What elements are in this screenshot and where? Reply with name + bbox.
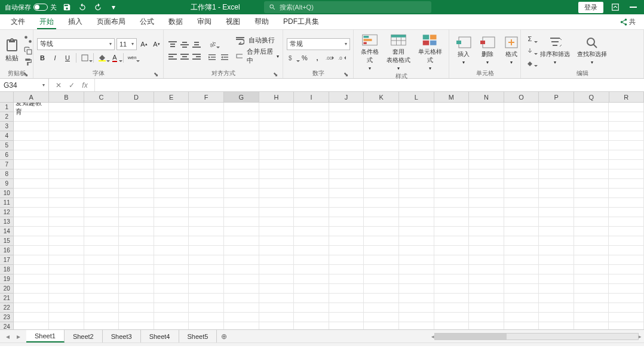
- cell-Q12[interactable]: [574, 208, 609, 217]
- cell-E9[interactable]: [154, 179, 189, 189]
- cell-K4[interactable]: [364, 131, 399, 141]
- menu-item-页面布局[interactable]: 页面布局: [90, 14, 133, 29]
- italic-button[interactable]: I: [50, 53, 60, 63]
- cell-A24[interactable]: [14, 322, 49, 329]
- cell-C14[interactable]: [84, 227, 119, 236]
- cell-B22[interactable]: [49, 303, 84, 313]
- cell-K21[interactable]: [364, 294, 399, 303]
- cell-O3[interactable]: [504, 122, 539, 131]
- cell-R1[interactable]: [609, 103, 644, 112]
- cell-K13[interactable]: [364, 217, 399, 227]
- paste-button[interactable]: 粘贴: [4, 37, 20, 64]
- col-header-B[interactable]: B: [49, 92, 84, 102]
- cell-R12[interactable]: [609, 208, 644, 217]
- cell-C1[interactable]: [84, 103, 119, 112]
- cell-E6[interactable]: [154, 150, 189, 160]
- col-header-Q[interactable]: Q: [574, 92, 609, 102]
- cell-H6[interactable]: [259, 150, 295, 160]
- cell-R6[interactable]: [609, 150, 644, 160]
- cell-J22[interactable]: [329, 303, 364, 313]
- cell-P15[interactable]: [539, 236, 574, 246]
- cell-H22[interactable]: [259, 303, 295, 313]
- cell-M20[interactable]: [434, 284, 470, 294]
- cell-J13[interactable]: [329, 217, 364, 227]
- cell-O15[interactable]: [504, 236, 539, 246]
- col-header-O[interactable]: O: [504, 92, 539, 102]
- menu-item-开始[interactable]: 开始: [32, 14, 61, 29]
- cell-B4[interactable]: [49, 131, 84, 141]
- cell-B19[interactable]: [49, 274, 84, 284]
- cell-A16[interactable]: [14, 246, 49, 255]
- cell-N15[interactable]: [469, 236, 504, 246]
- cell-Q10[interactable]: [574, 189, 609, 198]
- cell-D8[interactable]: [119, 169, 154, 179]
- sort-filter-button[interactable]: 排序和筛选▾: [538, 35, 572, 66]
- cell-A5[interactable]: [14, 141, 49, 150]
- row-header-11[interactable]: 11: [0, 198, 14, 208]
- cell-M7[interactable]: [434, 160, 470, 169]
- cell-B18[interactable]: [49, 265, 84, 274]
- cell-Q11[interactable]: [574, 198, 609, 208]
- cell-M15[interactable]: [434, 236, 470, 246]
- cell-G9[interactable]: [224, 179, 259, 189]
- sheet-tab-Sheet3[interactable]: Sheet3: [103, 330, 141, 342]
- cell-E3[interactable]: [154, 122, 189, 131]
- cell-L5[interactable]: [399, 141, 434, 150]
- cell-N17[interactable]: [469, 255, 504, 265]
- cell-F1[interactable]: [189, 103, 224, 112]
- cell-G8[interactable]: [224, 169, 259, 179]
- cell-B5[interactable]: [49, 141, 84, 150]
- cell-K5[interactable]: [364, 141, 399, 150]
- cell-D11[interactable]: [119, 198, 154, 208]
- cell-D5[interactable]: [119, 141, 154, 150]
- font-name-combo[interactable]: 等线▾: [37, 38, 115, 50]
- menu-item-视图[interactable]: 视图: [219, 14, 247, 29]
- cell-Q6[interactable]: [574, 150, 609, 160]
- cell-H9[interactable]: [259, 179, 295, 189]
- row-header-3[interactable]: 3: [0, 122, 14, 131]
- cell-J16[interactable]: [329, 246, 364, 255]
- cell-Q24[interactable]: [574, 322, 609, 329]
- wrap-text-button[interactable]: 自动换行: [236, 36, 279, 45]
- cell-D1[interactable]: [119, 103, 154, 112]
- fx-icon[interactable]: fx: [80, 81, 90, 90]
- cell-J9[interactable]: [329, 179, 364, 189]
- cell-J4[interactable]: [329, 131, 364, 141]
- cell-K8[interactable]: [364, 169, 399, 179]
- cell-F5[interactable]: [189, 141, 224, 150]
- cell-E1[interactable]: [154, 103, 189, 112]
- cell-A2[interactable]: [14, 112, 49, 122]
- cell-J20[interactable]: [329, 284, 364, 294]
- cell-C7[interactable]: [84, 160, 119, 169]
- cell-L9[interactable]: [399, 179, 434, 189]
- cell-G20[interactable]: [224, 284, 259, 294]
- cell-C23[interactable]: [84, 313, 119, 322]
- spreadsheet-grid[interactable]: ABCDEFGHIJKLMNOPQR 1爱知趣教育234567891011121…: [0, 92, 644, 329]
- cell-P16[interactable]: [539, 246, 574, 255]
- merge-center-button[interactable]: 合并后居中 ▾: [236, 47, 279, 65]
- cell-M10[interactable]: [434, 189, 470, 198]
- cell-K3[interactable]: [364, 122, 399, 131]
- cell-I11[interactable]: [294, 198, 329, 208]
- delete-cells-button[interactable]: 删除▾: [477, 35, 498, 66]
- cell-O24[interactable]: [504, 322, 539, 329]
- cell-J3[interactable]: [329, 122, 364, 131]
- col-header-D[interactable]: D: [119, 92, 154, 102]
- name-box[interactable]: G34▾: [0, 79, 49, 91]
- cell-G6[interactable]: [224, 150, 259, 160]
- cell-H17[interactable]: [259, 255, 295, 265]
- cell-N3[interactable]: [469, 122, 504, 131]
- menu-item-数据[interactable]: 数据: [161, 14, 190, 29]
- cell-P9[interactable]: [539, 179, 574, 189]
- qat-dropdown-icon[interactable]: ▾: [108, 2, 119, 13]
- cell-B11[interactable]: [49, 198, 84, 208]
- cell-K14[interactable]: [364, 227, 399, 236]
- cell-L12[interactable]: [399, 208, 434, 217]
- col-header-E[interactable]: E: [154, 92, 189, 102]
- cell-R13[interactable]: [609, 217, 644, 227]
- cell-M4[interactable]: [434, 131, 470, 141]
- cell-B3[interactable]: [49, 122, 84, 131]
- cell-C19[interactable]: [84, 274, 119, 284]
- format-cells-button[interactable]: 格式▾: [501, 35, 522, 66]
- cell-D4[interactable]: [119, 131, 154, 141]
